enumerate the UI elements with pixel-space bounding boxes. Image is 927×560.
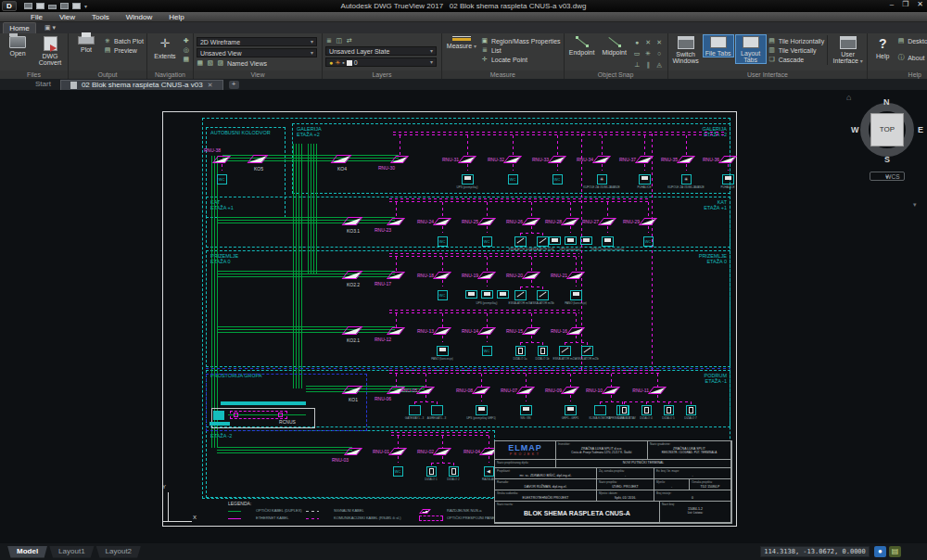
minimize-button[interactable]: – (890, 0, 894, 8)
ethernet-bus (391, 432, 491, 433)
maximize-button[interactable]: ❐ (902, 0, 908, 8)
viewcube-home-icon[interactable]: ⌂ (846, 93, 851, 102)
annotation-scale-icon[interactable]: ▤ (889, 546, 901, 557)
sub-branch (414, 401, 437, 402)
view-state-dropdown[interactable]: Unsaved View▾ (197, 48, 317, 57)
snap-insertion-icon[interactable]: ▭ (632, 48, 642, 58)
qat-dropdown-icon[interactable]: ▾ (84, 3, 87, 9)
tile-vertically-button[interactable]: ▥ Tile Vertically (768, 46, 825, 54)
viewcube-north[interactable]: N (883, 97, 890, 107)
bus-stub (648, 202, 649, 218)
dwg-convert-button[interactable]: DWG Convert (35, 35, 65, 66)
layout1-tab[interactable]: Layout1 (49, 546, 94, 558)
layer-state-dropdown[interactable]: Unsaved Layer State▾ (325, 46, 437, 56)
menu-window[interactable]: Window (118, 13, 160, 21)
preview-icon[interactable] (60, 3, 69, 9)
preview-button[interactable]: ▤ Preview (104, 46, 144, 54)
model-tab[interactable]: Model (7, 546, 47, 558)
extents-button[interactable]: ✛ Extents (150, 35, 180, 59)
panel-caption-help: Help (868, 70, 927, 79)
file-tab-start[interactable]: Start (26, 80, 60, 90)
file-tabs-toggle[interactable]: File Tabs (704, 35, 733, 57)
layout-tabs-toggle[interactable]: Layout Tabs (736, 35, 766, 63)
snap-perpendicular-icon[interactable]: ⊥ (632, 59, 642, 70)
model-space-toggle-icon[interactable]: ● (874, 546, 886, 557)
workspace-dropdown-icon[interactable]: ▣ ▾ (44, 24, 56, 32)
new-tab-button[interactable]: + (229, 81, 239, 89)
tab-close-icon[interactable]: ✕ (208, 81, 213, 90)
snap-node-icon[interactable]: ● (632, 37, 642, 47)
app-menu-button[interactable]: D (2, 1, 17, 11)
monitor-icon (439, 348, 446, 351)
menu-tools[interactable]: Tools (83, 13, 118, 21)
ribbon-tab-home[interactable]: Home (3, 22, 36, 33)
ko-label: KO5 (243, 166, 274, 172)
rnu-label: RNU-33 (512, 157, 549, 162)
snap-quadrant-icon[interactable]: ○ (654, 48, 665, 58)
publish-icon[interactable] (72, 3, 81, 9)
snap-tangent-icon[interactable]: ◬ (654, 59, 665, 70)
wc-icon: WC (482, 239, 492, 244)
equipment-label: PANO (koncesije) (555, 302, 596, 306)
open-button[interactable]: Open (3, 35, 32, 57)
menu-help[interactable]: Help (160, 13, 192, 21)
layer-tools[interactable]: ≣ ◫ ⇄ (325, 37, 438, 45)
optical-cable (217, 452, 352, 453)
switch-windows-button[interactable]: Switch Windows (671, 35, 701, 64)
viewcube-menu-icon[interactable]: ▾ (913, 201, 917, 209)
file-tab-document[interactable]: 02 Blok shema raspleta CNUS-a v03 ✕ (60, 80, 223, 90)
legend-title: LEGENDA: (228, 501, 251, 506)
measure-button[interactable]: Measure ▾ (445, 35, 478, 50)
sub-stub (398, 456, 399, 463)
wc-icon: WC (643, 239, 654, 244)
batch-plot-icon: ⎈ (104, 37, 111, 45)
wcs-dropdown[interactable]: WCS ▾ (870, 172, 905, 181)
midpoint-snap-button[interactable]: Midpoint (600, 35, 629, 56)
wc-icon: WC (438, 239, 448, 244)
legend-swatch (306, 511, 319, 512)
orbit-button[interactable]: ◎ (183, 46, 190, 54)
ribbon-panels: Open DWG Convert Files Plot ⎈ Batch Plot… (0, 33, 927, 79)
viewcube-south[interactable]: S (884, 155, 890, 164)
region-mass-button[interactable]: ▣ Region/Mass Properties (481, 37, 561, 45)
level-divider (206, 368, 730, 369)
menu-view[interactable]: View (51, 13, 83, 21)
user-interface-button[interactable]: User Interface ▾ (827, 35, 864, 65)
tile-horizontally-button[interactable]: ▤ Tile Horizontally (768, 37, 825, 45)
close-button[interactable]: ✕ (917, 0, 923, 8)
batch-plot-button[interactable]: ⎈ Batch Plot (104, 37, 144, 45)
pan-button[interactable]: ✚ (183, 37, 190, 45)
rnu-label: RNU-08 (436, 388, 473, 393)
endpoint-snap-button[interactable]: Endpoint (567, 35, 597, 56)
snap-intersection-icon[interactable]: ✕ (643, 37, 654, 47)
menu-file[interactable]: File (22, 13, 51, 21)
snap-center-icon[interactable]: ✳ (643, 48, 654, 58)
locate-point-button[interactable]: ✛ Locate Point (481, 56, 561, 63)
viewcube-east[interactable]: E (918, 125, 923, 134)
help-button[interactable]: ? Help (870, 35, 895, 59)
viewcube-top-face[interactable]: TOP (870, 113, 904, 146)
list-button[interactable]: ≣ List (481, 46, 561, 54)
desktop-analytics-button[interactable]: ▤ Desktop Analytics (897, 37, 927, 45)
snap-parallel-icon[interactable]: ∥ (643, 59, 654, 70)
optical-cable (313, 144, 314, 274)
named-views-button[interactable]: ▦ ▧ ▨ Named Views (197, 59, 319, 67)
plot-icon[interactable] (48, 5, 57, 9)
dwg-convert-icon[interactable] (36, 3, 44, 9)
drawing-canvas[interactable]: AUTOBUSNI KOLODVORGALERIJA ETAŽA +2GALER… (0, 90, 927, 543)
navbar-button[interactable]: ▦ (183, 56, 190, 63)
visual-style-dropdown[interactable]: 2D Wireframe▾ (197, 37, 317, 46)
rnu-label: RNU-38 (204, 147, 241, 153)
layer-dropdown[interactable]: ● ☀ ▪ 0▾ (325, 57, 437, 67)
viewcube-west[interactable]: W (851, 125, 859, 134)
snap-apparent-icon[interactable]: ✕ (654, 37, 665, 47)
plot-button[interactable]: Plot (71, 35, 101, 53)
bus-stub (398, 436, 399, 448)
window-title: Autodesk DWG TrueView 2017 02 Blok shema… (0, 2, 927, 10)
rnu-label: RNU-04 (443, 449, 480, 454)
open-icon[interactable] (24, 3, 32, 9)
about-button[interactable]: ⓘ About (897, 54, 927, 61)
layout2-tab[interactable]: Layout2 (96, 546, 141, 558)
cascade-button[interactable]: ❏ Cascade (768, 56, 825, 63)
monitor-icon (567, 407, 574, 411)
